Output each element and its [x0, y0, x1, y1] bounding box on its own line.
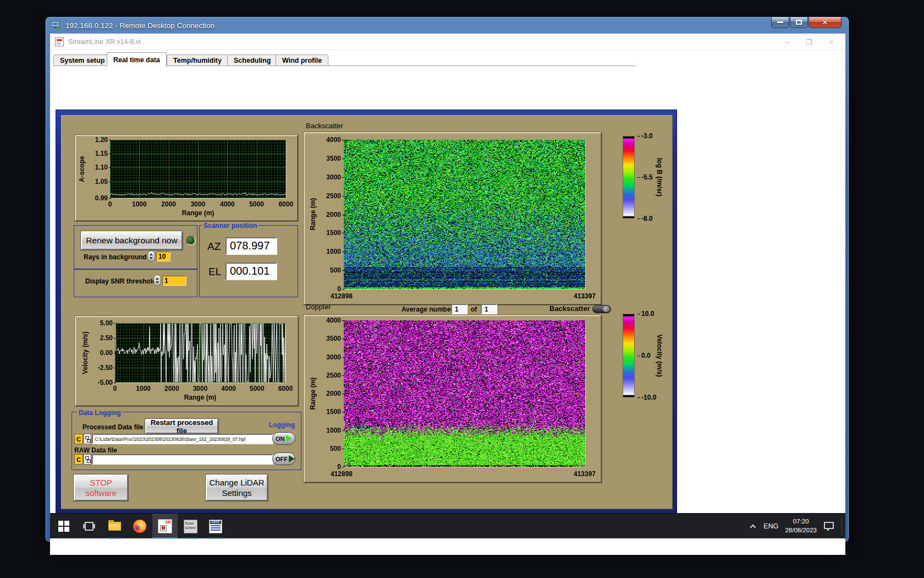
streamline-xr-button[interactable]: XR — [152, 514, 178, 539]
axis-tick-label: 1.10 — [95, 163, 108, 171]
average-number-label: Average number — [402, 306, 453, 313]
vi-icon — [55, 37, 64, 46]
ascope-y-label: A-scope — [78, 156, 86, 182]
axis-tick-label: -8.0 — [637, 215, 653, 222]
clock-time: 07:20 — [793, 518, 809, 525]
snr-spinner[interactable] — [153, 275, 161, 286]
scan-line1: Scan — [185, 521, 194, 525]
maximize-button[interactable] — [790, 17, 808, 28]
app-restore-icon[interactable]: ❐ — [805, 38, 812, 46]
spin-down-icon[interactable] — [156, 281, 159, 283]
velocity-plot — [115, 323, 285, 383]
rdp-icon — [51, 21, 61, 30]
spin-up-icon[interactable] — [150, 253, 153, 255]
start-button[interactable] — [51, 514, 76, 539]
raw-browse-icon[interactable] — [84, 454, 91, 465]
rays-spinner[interactable] — [147, 250, 155, 261]
axis-tick-label: 1.15 — [95, 150, 108, 157]
spin-down-icon[interactable] — [150, 257, 153, 259]
raw-logging-toggle[interactable]: OFF — [272, 452, 295, 465]
processed-logging-toggle[interactable]: ON — [272, 432, 295, 445]
backscatter-heatmap — [344, 140, 585, 289]
average-total-field[interactable]: 1 — [481, 304, 497, 314]
taskbar-tray: ENG 07:20 28/08/2023 — [749, 514, 842, 539]
processed-browse-icon[interactable] — [84, 434, 91, 444]
ascope-y-axis: 1.201.151.101.050.99 — [87, 140, 108, 198]
axis-tick-label: 1500 — [326, 408, 341, 416]
app-titlebar[interactable]: StreamLine XR v14-6.vi – ❐ ✕ — [50, 34, 845, 50]
windows-start-icon — [58, 521, 69, 532]
velocity-y-label: Velocity (m/s) — [81, 331, 89, 374]
maximize-icon — [796, 20, 802, 25]
restart-processed-file-button[interactable]: Restart processed file — [145, 419, 218, 434]
axis-tick-label: 4000 — [221, 385, 236, 392]
axis-tick-label: 4000 — [326, 317, 341, 324]
backscatter-y-label: Range (m) — [309, 198, 317, 231]
axis-tick-label: 1000 — [326, 248, 341, 255]
axis-tick-label: 3000 — [326, 353, 341, 361]
doppler-y-axis: 40003500300025002000150010005000 — [320, 320, 341, 467]
background-status-led — [186, 236, 196, 246]
raw-path-field[interactable] — [92, 454, 273, 465]
stop-software-button[interactable]: STOP software — [74, 475, 128, 501]
tab-wind-profile[interactable]: Wind profile — [276, 54, 328, 66]
ascope-x-axis: 0100020003000400050006000 — [110, 200, 286, 208]
language-indicator[interactable]: ENG — [763, 522, 778, 530]
taskbar-clock[interactable]: 07:20 28/08/2023 — [785, 517, 817, 535]
axis-tick-label: 3000 — [193, 385, 208, 392]
axis-tick-label: 1.20 — [95, 136, 108, 144]
app-title: StreamLine XR v14-6.vi — [68, 38, 141, 46]
tab-scheduling[interactable]: Scheduling — [227, 54, 277, 66]
close-button[interactable]: ✕ — [809, 17, 842, 28]
axis-tick-label: 500 — [330, 445, 341, 452]
average-current-field[interactable]: 1 — [451, 304, 468, 314]
el-value-field[interactable]: 000.101 — [226, 263, 277, 280]
data-logging-title: Data Logging — [77, 409, 123, 417]
firefox-button[interactable] — [127, 514, 152, 539]
snr-value-field[interactable]: 1 — [162, 276, 186, 286]
axis-tick-label: 1000 — [326, 427, 341, 434]
tab-system-setup[interactable]: System setup — [53, 54, 111, 66]
axis-tick-label: 3500 — [326, 335, 341, 342]
axis-tick-label: 1500 — [326, 229, 341, 237]
axis-tick-label: 5000 — [250, 385, 265, 392]
show-desktop-divider[interactable] — [842, 518, 842, 535]
velocity-x-title: Range (m) — [115, 394, 285, 401]
minimize-button[interactable] — [771, 17, 789, 28]
axis-tick-label: 1.05 — [95, 178, 108, 186]
ascope-plot — [110, 140, 286, 198]
remote-desktop-client: StreamLine XR v14-6.vi – ❐ ✕ System setu… — [50, 34, 845, 555]
axis-tick-label: 5000 — [249, 200, 264, 208]
rdp-titlebar[interactable]: 192.168.0.122 - Remote Desktop Connectio… — [46, 17, 849, 34]
scan-scheduler-icon: Scan sched — [184, 520, 197, 533]
close-icon: ✕ — [822, 18, 828, 26]
axis-tick-label: 10.0 — [637, 310, 654, 318]
action-center-icon[interactable] — [823, 521, 835, 532]
rays-value-field[interactable]: 10 — [156, 252, 170, 261]
spin-up-icon[interactable] — [156, 277, 159, 280]
app-close-icon[interactable]: ✕ — [828, 38, 834, 46]
az-value-field[interactable]: 078.997 — [226, 237, 277, 255]
processed-path-field[interactable]: C:\Lidar\Data\Proc\2023\202308\20230828\… — [92, 434, 273, 444]
app-minimize-icon[interactable]: – — [785, 38, 789, 46]
axis-tick-label: 2.50 — [100, 334, 113, 342]
processed-drive-icon[interactable]: C — [74, 434, 83, 444]
axis-tick-label: 5.00 — [100, 319, 113, 327]
renew-background-button[interactable]: Renew background now — [81, 231, 183, 250]
desktop-background: 192.168.0.122 - Remote Desktop Connectio… — [0, 0, 924, 578]
tab-real-time-data[interactable]: Real time data — [107, 52, 167, 67]
task-view-button[interactable] — [76, 514, 102, 539]
tab-temp-humidity[interactable]: Temp/humidity — [167, 54, 228, 66]
text-app-icon: GEEK — [209, 520, 222, 533]
raw-drive-icon[interactable]: C — [74, 454, 83, 465]
scan-scheduler-button[interactable]: Scan sched — [178, 514, 203, 539]
backscatter-toggle-switch[interactable] — [592, 305, 611, 313]
change-lidar-settings-button[interactable]: Change LiDAR Settings — [206, 475, 268, 501]
doppler-colorbar-label: Velocity (m/s) — [656, 334, 663, 377]
velocity-x-axis: 0100020003000400050006000 — [115, 385, 285, 392]
hidden-icons-chevron[interactable] — [749, 524, 757, 529]
streamline-xr-icon: XR — [158, 519, 172, 533]
firefox-icon — [133, 520, 146, 533]
file-explorer-button[interactable] — [102, 514, 127, 539]
text-app-button[interactable]: GEEK — [203, 514, 228, 539]
